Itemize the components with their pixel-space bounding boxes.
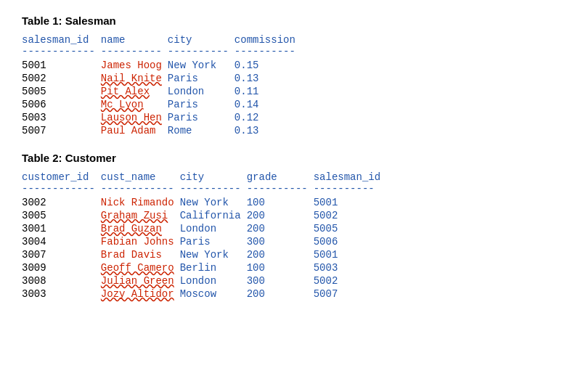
city: New York — [168, 59, 234, 72]
grade: 200 — [247, 287, 314, 301]
grade: 300 — [247, 235, 314, 248]
column-header: grade — [247, 171, 314, 183]
column-header: salesman_id — [22, 34, 101, 46]
table-row: 5005Pit AlexLondon0.11 — [22, 85, 301, 98]
salesman-id-ref: 5006 — [314, 235, 386, 248]
table-row: 5003Lauson HenParis0.12 — [22, 111, 301, 124]
salesman-id: 5001 — [22, 59, 101, 72]
table-row: 3002Nick RimandoNew York1005001 — [22, 196, 386, 209]
salesman-id-ref: 5001 — [314, 248, 386, 261]
divider: ---------- — [247, 183, 314, 196]
city: London — [180, 274, 247, 287]
table-row: 3001Brad GuzanLondon2005005 — [22, 222, 386, 235]
city: Paris — [168, 98, 234, 111]
divider: ---------- — [314, 183, 386, 196]
table-row: 5007Paul AdamRome0.13 — [22, 124, 301, 137]
salesman-id: 5003 — [22, 111, 101, 124]
column-header: cust_name — [101, 171, 180, 183]
divider: ------------ — [22, 46, 101, 59]
commission: 0.11 — [234, 85, 301, 98]
table-row: 3004Fabian JohnsParis3005006 — [22, 235, 386, 248]
table1: salesman_idnamecitycommission-----------… — [22, 34, 301, 137]
city: Berlin — [180, 261, 247, 274]
salesman-id: 5006 — [22, 98, 101, 111]
grade: 100 — [247, 196, 314, 209]
column-header: customer_id — [22, 171, 101, 183]
table2-title: Table 2: Customer — [22, 152, 545, 164]
table-row: 3007Brad DavisNew York2005001 — [22, 248, 386, 261]
customer-name: Jozy Altidor — [101, 287, 180, 301]
salesman-id-ref: 5003 — [314, 261, 386, 274]
table-row: 3008Julian GreenLondon3005002 — [22, 274, 386, 287]
column-header: salesman_id — [314, 171, 386, 183]
customer-name: Julian Green — [101, 274, 180, 287]
commission: 0.15 — [234, 59, 301, 72]
table-row: 5006Mc LyonParis0.14 — [22, 98, 301, 111]
commission: 0.13 — [234, 72, 301, 85]
commission: 0.12 — [234, 111, 301, 124]
city: Moscow — [180, 287, 247, 301]
divider: ---------- — [168, 46, 234, 59]
salesman-id: 5005 — [22, 85, 101, 98]
customer-id: 3003 — [22, 287, 101, 301]
salesman-name: Pit Alex — [101, 85, 168, 98]
commission: 0.13 — [234, 124, 301, 137]
salesman-id-ref: 5002 — [314, 209, 386, 222]
customer-id: 3009 — [22, 261, 101, 274]
customer-name: Brad Davis — [101, 248, 180, 261]
customer-name: Fabian Johns — [101, 235, 180, 248]
city: New York — [180, 248, 247, 261]
customer-id: 3005 — [22, 209, 101, 222]
table-row: 3005Graham ZusiCalifornia2005002 — [22, 209, 386, 222]
grade: 200 — [247, 248, 314, 261]
table-row: 5002Nail KniteParis0.13 — [22, 72, 301, 85]
grade: 200 — [247, 209, 314, 222]
customer-id: 3008 — [22, 274, 101, 287]
table1-title: Table 1: Salesman — [22, 15, 545, 27]
divider: ------------ — [101, 183, 180, 196]
customer-name: Nick Rimando — [101, 196, 180, 209]
divider: ---------- — [234, 46, 301, 59]
customer-id: 3007 — [22, 248, 101, 261]
customer-name: Brad Guzan — [101, 222, 180, 235]
column-header: commission — [234, 34, 301, 46]
city: California — [180, 209, 247, 222]
salesman-id-ref: 5002 — [314, 274, 386, 287]
customer-name: Geoff Camero — [101, 261, 180, 274]
city: New York — [180, 196, 247, 209]
salesman-id: 5007 — [22, 124, 101, 137]
customer-id: 3001 — [22, 222, 101, 235]
salesman-id-ref: 5005 — [314, 222, 386, 235]
salesman-id: 5002 — [22, 72, 101, 85]
table-row: 3003Jozy AltidorMoscow2005007 — [22, 287, 386, 301]
city: London — [168, 85, 234, 98]
customer-id: 3004 — [22, 235, 101, 248]
grade: 300 — [247, 274, 314, 287]
city: Paris — [168, 72, 234, 85]
salesman-name: Paul Adam — [101, 124, 168, 137]
divider: ---------- — [101, 46, 168, 59]
grade: 200 — [247, 222, 314, 235]
table1-section: Table 1: Salesman salesman_idnamecitycom… — [22, 15, 545, 137]
customer-name: Graham Zusi — [101, 209, 180, 222]
city: London — [180, 222, 247, 235]
salesman-id-ref: 5007 — [314, 287, 386, 301]
salesman-id-ref: 5001 — [314, 196, 386, 209]
salesman-name: Lauson Hen — [101, 111, 168, 124]
divider: ------------ — [22, 183, 101, 196]
column-header: city — [180, 171, 247, 183]
commission: 0.14 — [234, 98, 301, 111]
customer-id: 3002 — [22, 196, 101, 209]
grade: 100 — [247, 261, 314, 274]
column-header: name — [101, 34, 168, 46]
column-header: city — [168, 34, 234, 46]
table2-section: Table 2: Customer customer_idcust_nameci… — [22, 152, 545, 301]
salesman-name: Mc Lyon — [101, 98, 168, 111]
salesman-name: Nail Knite — [101, 72, 168, 85]
table-row: 3009Geoff CameroBerlin1005003 — [22, 261, 386, 274]
salesman-name: James Hoog — [101, 59, 168, 72]
divider: ---------- — [180, 183, 247, 196]
table2: customer_idcust_namecitygradesalesman_id… — [22, 171, 386, 301]
city: Paris — [180, 235, 247, 248]
city: Paris — [168, 111, 234, 124]
